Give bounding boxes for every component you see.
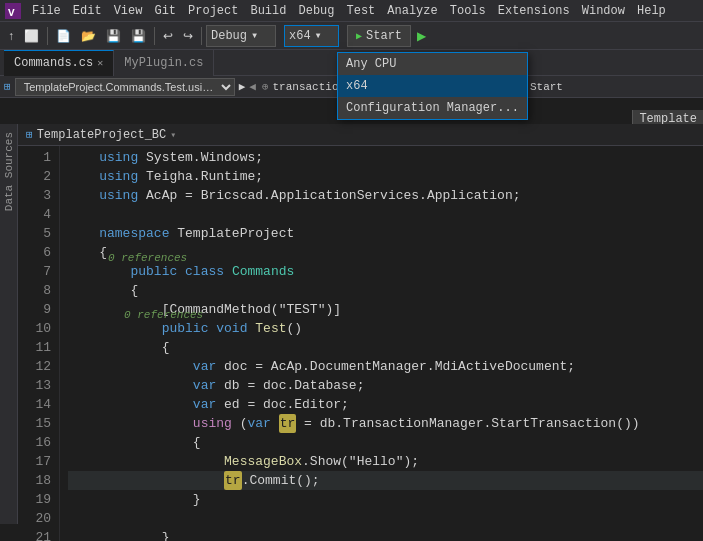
- code-line-14: var ed = doc.Editor;: [68, 395, 703, 414]
- platform-option-anycpu[interactable]: Any CPU: [338, 53, 527, 75]
- code-line-13: var db = doc.Database;: [68, 376, 703, 395]
- nav-back: ◀: [249, 80, 256, 93]
- breadcrumb-icon: ⊞: [4, 80, 11, 93]
- toolbar-btn-2[interactable]: ⬜: [20, 25, 43, 47]
- code-line-3: using AcAp = Bricscad.ApplicationService…: [68, 186, 703, 205]
- menu-extensions[interactable]: Extensions: [492, 0, 576, 22]
- nav-icon: ⊕: [262, 80, 269, 93]
- start-with-debug[interactable]: ▶: [413, 25, 430, 47]
- explorer-arrow: ▾: [170, 129, 176, 141]
- start-button[interactable]: ▶ Start: [347, 25, 411, 47]
- menu-analyze[interactable]: Analyze: [381, 0, 443, 22]
- toolbar-open[interactable]: 📂: [77, 25, 100, 47]
- tab-commands-cs-close[interactable]: ✕: [97, 57, 103, 69]
- tab-myplugin-cs[interactable]: MyPlugin.cs: [114, 50, 214, 76]
- platform-option-config-manager[interactable]: Configuration Manager...: [338, 97, 527, 119]
- platform-arrow: ▾: [315, 28, 322, 43]
- menu-bar: V File Edit View Git Project Build Debug…: [0, 0, 703, 22]
- main-toolbar: ↑ ⬜ 📄 📂 💾 💾 ↩ ↪ Debug ▾ x64 ▾ ▶ Start ▶: [0, 22, 703, 50]
- side-panel: Data Sources: [0, 124, 18, 524]
- toolbar-sep-3: [201, 27, 202, 45]
- toolbar-redo[interactable]: ↪: [179, 25, 197, 47]
- code-line-2: using Teigha.Runtime;: [68, 167, 703, 186]
- code-line-1: using System.Windows;: [68, 148, 703, 167]
- play-icon: ▶: [356, 30, 362, 42]
- breadcrumb-left-dropdown[interactable]: TemplateProject.Commands.Test.using.tr: [15, 78, 235, 96]
- toolbar-sep-1: [47, 27, 48, 45]
- explorer-icon: ⊞: [26, 128, 33, 141]
- code-line-12: var doc = AcAp.DocumentManager.MdiActive…: [68, 357, 703, 376]
- code-line-16: {: [68, 433, 703, 452]
- menu-file[interactable]: File: [26, 0, 67, 22]
- code-line-5: namespace TemplateProject: [68, 224, 703, 243]
- svg-text:V: V: [8, 7, 15, 19]
- explorer-project-label: TemplateProject_BC: [37, 128, 167, 142]
- toolbar-save[interactable]: 💾: [102, 25, 125, 47]
- debug-config-arrow: ▾: [251, 28, 258, 43]
- code-line-8: {: [68, 281, 703, 300]
- app-logo: V: [4, 2, 22, 20]
- highlight-span: tr: [224, 471, 242, 490]
- debug-config-label: Debug: [211, 29, 247, 43]
- code-line-21: }: [68, 528, 703, 541]
- menu-debug[interactable]: Debug: [292, 0, 340, 22]
- start-label: Start: [366, 29, 402, 43]
- menu-git[interactable]: Git: [148, 0, 182, 22]
- breadcrumb-sep: ▶: [239, 80, 246, 93]
- tab-commands-cs[interactable]: Commands.cs ✕: [4, 50, 114, 76]
- menu-edit[interactable]: Edit: [67, 0, 108, 22]
- code-line-18: tr.Commit();⮞: [68, 471, 703, 490]
- menu-build[interactable]: Build: [244, 0, 292, 22]
- code-line-10: 0 references public void Test(): [68, 319, 703, 338]
- platform-dropdown-menu: Any CPU x64 Configuration Manager...: [337, 52, 528, 120]
- explorer-bar: ⊞ TemplateProject_BC ▾: [18, 124, 703, 146]
- toolbar-sep-2: [154, 27, 155, 45]
- code-content[interactable]: using System.Windows; using Teigha.Runti…: [60, 146, 703, 541]
- code-line-20: [68, 509, 703, 528]
- debug-config-dropdown[interactable]: Debug ▾: [206, 25, 276, 47]
- tab-commands-cs-label: Commands.cs: [14, 56, 93, 70]
- platform-dropdown[interactable]: x64 ▾: [284, 25, 339, 47]
- side-panel-label: Data Sources: [3, 124, 15, 219]
- code-line-7: 0 references public class Commands: [68, 262, 703, 281]
- menu-tools[interactable]: Tools: [444, 0, 492, 22]
- platform-option-x64[interactable]: x64: [338, 75, 527, 97]
- tab-myplugin-cs-label: MyPlugin.cs: [124, 56, 203, 70]
- toolbar-new-file[interactable]: 📄: [52, 25, 75, 47]
- menu-window[interactable]: Window: [576, 0, 631, 22]
- ref-comment: 0 references: [124, 306, 203, 325]
- platform-label: x64: [289, 29, 311, 43]
- menu-view[interactable]: View: [108, 0, 149, 22]
- highlight-span: tr: [279, 414, 297, 433]
- ref-comment: 0 references: [108, 249, 187, 268]
- editor-area: 1234567891011121314151617181920212223 us…: [18, 146, 703, 541]
- code-line-11: {: [68, 338, 703, 357]
- code-line-17: MessageBox.Show("Hello");: [68, 452, 703, 471]
- toolbar-btn-1[interactable]: ↑: [4, 25, 18, 47]
- toolbar-save-all[interactable]: 💾: [127, 25, 150, 47]
- menu-help[interactable]: Help: [631, 0, 672, 22]
- line-numbers: 1234567891011121314151617181920212223: [18, 146, 60, 541]
- toolbar-undo[interactable]: ↩: [159, 25, 177, 47]
- code-line-4: [68, 205, 703, 224]
- menu-project[interactable]: Project: [182, 0, 244, 22]
- code-line-19: }: [68, 490, 703, 509]
- code-line-15: using (var tr = db.TransactionManager.St…: [68, 414, 703, 433]
- menu-test[interactable]: Test: [341, 0, 382, 22]
